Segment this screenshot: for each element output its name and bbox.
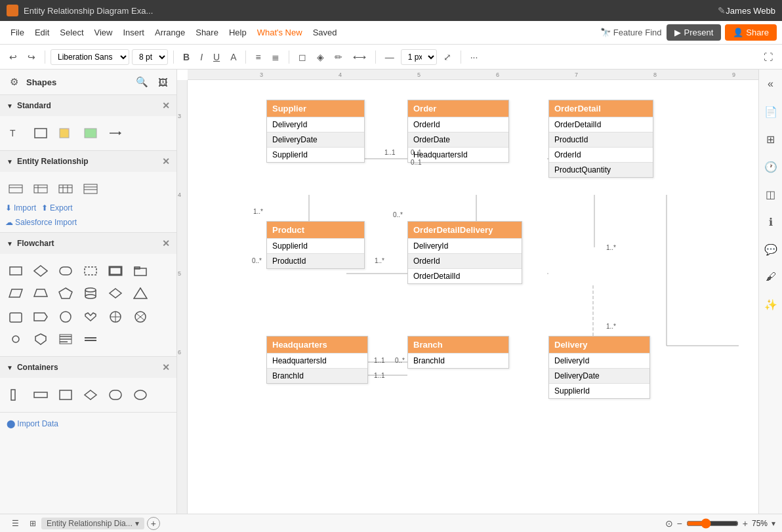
order-entity[interactable]: Order OrderId OrderDate HeadquartersId bbox=[407, 100, 509, 163]
feature-find[interactable]: 🔭 Feature Find bbox=[600, 28, 662, 37]
fullscreen-button[interactable]: ⛶ bbox=[760, 50, 777, 64]
er-shape-3[interactable] bbox=[55, 180, 76, 198]
ct-ellipse[interactable] bbox=[130, 386, 151, 404]
text-align-button[interactable]: ≣ bbox=[268, 50, 283, 64]
er-shape-2[interactable] bbox=[30, 180, 51, 198]
fc-shield[interactable] bbox=[30, 330, 51, 348]
font-color-button[interactable]: A bbox=[226, 50, 240, 64]
chevrons-left-icon[interactable]: « bbox=[762, 75, 780, 93]
close-flowchart-icon[interactable]: ✕ bbox=[162, 238, 170, 249]
zoom-dropdown-icon[interactable]: ▾ bbox=[772, 519, 775, 528]
menu-edit[interactable]: Edit bbox=[30, 25, 54, 40]
close-containers-icon[interactable]: ✕ bbox=[162, 362, 170, 373]
ct-wide[interactable] bbox=[30, 386, 51, 404]
format-icon[interactable]: 🖌 bbox=[762, 268, 780, 286]
share-button[interactable]: 👤 Share bbox=[725, 24, 777, 41]
import-data-button[interactable]: ⬤ Import Data bbox=[7, 419, 58, 428]
fc-cross[interactable] bbox=[105, 308, 126, 326]
fc-small-circle[interactable] bbox=[5, 330, 26, 348]
magic-icon[interactable]: ✨ bbox=[762, 295, 780, 314]
fc-triangle[interactable] bbox=[130, 284, 151, 302]
fc-folder[interactable] bbox=[130, 262, 151, 280]
comment-icon[interactable]: 💬 bbox=[762, 240, 780, 258]
fc-cylinder[interactable] bbox=[80, 284, 101, 302]
delivery-entity[interactable]: Delivery DeliveryId DeliveryDate Supplie… bbox=[548, 336, 650, 399]
fc-equals[interactable] bbox=[80, 330, 101, 348]
fc-trapezoid[interactable] bbox=[30, 284, 51, 302]
search-icon[interactable]: 🔍 bbox=[133, 73, 150, 91]
product-entity[interactable]: Product SupplierId ProductId bbox=[266, 221, 365, 269]
fc-diamond[interactable] bbox=[30, 262, 51, 280]
headquarters-entity[interactable]: Headquarters HeadquartersId BranchId bbox=[266, 336, 368, 384]
zoom-slider[interactable] bbox=[686, 518, 739, 529]
text-shape[interactable]: T bbox=[5, 124, 26, 142]
fc-pentagon[interactable] bbox=[55, 284, 76, 302]
connection-style-button[interactable]: ⟷ bbox=[349, 50, 370, 64]
branch-entity[interactable]: Branch BranchId bbox=[407, 336, 509, 369]
font-size-select[interactable]: 8 pt bbox=[132, 49, 168, 65]
fill-color-button[interactable]: ◈ bbox=[313, 50, 328, 64]
info-icon[interactable]: ℹ bbox=[762, 213, 780, 231]
fc-dashed[interactable] bbox=[80, 262, 101, 280]
zoom-out-button[interactable]: − bbox=[677, 518, 682, 529]
line-width-select[interactable]: 1 px bbox=[401, 49, 437, 65]
present-button[interactable]: ▶ Present bbox=[667, 24, 721, 41]
add-tab-button[interactable]: + bbox=[147, 517, 160, 530]
stroke-button[interactable]: ✏ bbox=[331, 50, 346, 64]
fc-x-circle[interactable] bbox=[130, 308, 151, 326]
er-shape-1[interactable] bbox=[5, 180, 26, 198]
menu-whats-new[interactable]: What's New bbox=[252, 25, 308, 40]
colored-rect-shape[interactable] bbox=[80, 124, 101, 142]
redo-button[interactable]: ↪ bbox=[24, 50, 39, 64]
align-button[interactable]: ≡ bbox=[251, 50, 264, 64]
layers-icon[interactable]: ◫ bbox=[762, 185, 780, 203]
export-button[interactable]: ⬆ Export bbox=[41, 203, 73, 213]
standard-section-header[interactable]: ▼ Standard ✕ bbox=[0, 95, 176, 116]
supplier-entity[interactable]: Supplier DeliveryId DeliveryDate Supplie… bbox=[266, 100, 365, 163]
ct-rounded[interactable] bbox=[105, 386, 126, 404]
grid-view-button[interactable]: ⊞ bbox=[24, 518, 41, 529]
fc-step[interactable] bbox=[30, 308, 51, 326]
containers-section-header[interactable]: ▼ Containers ✕ bbox=[0, 357, 176, 378]
menu-share[interactable]: Share bbox=[190, 25, 224, 40]
er-shape-4[interactable] bbox=[80, 180, 101, 198]
fc-circle[interactable] bbox=[55, 308, 76, 326]
salesforce-button[interactable]: ☁ Salesforce Import bbox=[5, 215, 171, 227]
menu-arrange[interactable]: Arrange bbox=[150, 25, 190, 40]
order-detail-delivery-entity[interactable]: OrderDetailDelivery DeliveryId OrderId O… bbox=[407, 221, 522, 284]
menu-select[interactable]: Select bbox=[54, 25, 89, 40]
canvas[interactable]: Supplier DeliveryId DeliveryDate Supplie… bbox=[188, 80, 758, 514]
menu-file[interactable]: File bbox=[5, 25, 30, 40]
clock-icon[interactable]: 🕐 bbox=[762, 157, 780, 176]
more-button[interactable]: ··· bbox=[466, 50, 482, 64]
fc-diamond2[interactable] bbox=[105, 284, 126, 302]
order-detail-entity[interactable]: OrderDetail OrderDetailId ProductId Orde… bbox=[548, 100, 653, 178]
line-button[interactable]: — bbox=[381, 50, 398, 64]
tab-dropdown-icon[interactable]: ▾ bbox=[135, 519, 139, 528]
image-icon[interactable]: 🖼 bbox=[154, 73, 171, 91]
menu-insert[interactable]: Insert bbox=[117, 25, 150, 40]
ct-rect[interactable] bbox=[55, 386, 76, 404]
zoom-in-button[interactable]: + bbox=[743, 518, 748, 529]
fc-heart[interactable] bbox=[80, 308, 101, 326]
rect-shape[interactable] bbox=[30, 124, 51, 142]
note-shape[interactable] bbox=[55, 124, 76, 142]
undo-button[interactable]: ↩ bbox=[5, 50, 21, 64]
map-icon[interactable]: ⊙ bbox=[665, 518, 673, 529]
shapes-icon[interactable]: ⚙ bbox=[5, 73, 22, 91]
bold-button[interactable]: B bbox=[179, 50, 194, 64]
er-section-header[interactable]: ▼ Entity Relationship ✕ bbox=[0, 151, 176, 172]
fc-rounded[interactable] bbox=[55, 262, 76, 280]
underline-button[interactable]: U bbox=[209, 50, 224, 64]
menu-help[interactable]: Help bbox=[224, 25, 252, 40]
fc-list[interactable] bbox=[55, 330, 76, 348]
page-icon[interactable]: 📄 bbox=[762, 102, 780, 121]
edit-title-icon[interactable]: ✎ bbox=[718, 5, 726, 16]
arrow-shape[interactable] bbox=[105, 124, 126, 142]
fc-scroll[interactable] bbox=[5, 308, 26, 326]
current-tab[interactable]: Entity Relationship Dia... ▾ bbox=[41, 518, 144, 529]
ct-tall[interactable] bbox=[5, 386, 26, 404]
canvas-wrapper[interactable]: 3 4 5 6 7 8 9 3 4 5 6 bbox=[177, 70, 758, 514]
italic-button[interactable]: I bbox=[196, 50, 207, 64]
close-standard-icon[interactable]: ✕ bbox=[162, 100, 170, 111]
